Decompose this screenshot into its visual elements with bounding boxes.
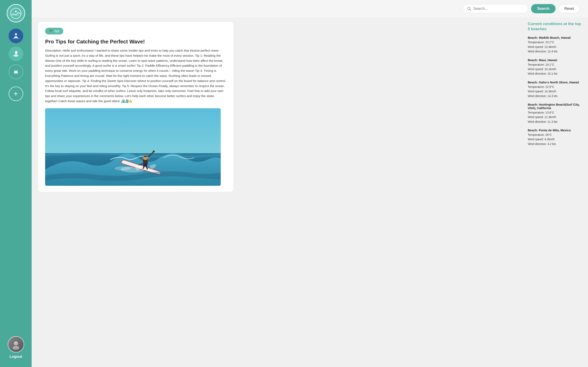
sidebar-item-community[interactable] [9, 64, 23, 79]
beach-item: Beach: Maui, Hawaii Temperature: 19.1°C … [528, 58, 583, 76]
beach-temperature: Temperature: 26°C [528, 133, 583, 137]
post-area: 🌴 tips Pro Tips for Catching the Perfect… [32, 21, 523, 363]
beach-name: Beach: Maui, Hawaii [528, 58, 583, 62]
sidebar-item-island[interactable] [9, 47, 23, 61]
beach-wind-speed: Wind speed: 11.3km/h [528, 115, 583, 119]
beach-item: Beach: Waikiki Beach, Hawaii Temperature… [528, 36, 583, 54]
beach-wind-speed: Wind speed: 12.4km/h [528, 45, 583, 49]
header: Search Reset [32, 0, 588, 17]
svg-point-2 [15, 33, 17, 35]
post-description: Description: Hello surf enthusiasts! I w… [45, 48, 226, 104]
search-input[interactable] [473, 7, 524, 11]
svg-point-6 [17, 70, 18, 71]
svg-point-1 [15, 10, 17, 12]
beach-wind-speed: Wind speed: 14.3km/h [528, 89, 583, 94]
search-wrapper [463, 4, 528, 13]
tag-label: tips [54, 29, 60, 33]
svg-point-0 [11, 8, 21, 18]
avatar[interactable] [8, 336, 24, 352]
conditions-panel: Current conditions at the top 5 beaches … [523, 21, 588, 363]
beach-temperature: Temperature: 22.9°C [528, 85, 583, 89]
beach-temperature: Temperature: 13.8°C [528, 110, 583, 115]
plus-icon: + [14, 90, 18, 98]
beach-wind-speed: Wind speed: 10.1km/h [528, 67, 583, 71]
tag-icon: 🌴 [49, 29, 53, 33]
svg-point-17 [153, 150, 155, 152]
beach-item: Beach: Huntington Beach(Surf City, USA),… [528, 103, 583, 124]
beach-name: Beach: Huntington Beach(Surf City, USA),… [528, 103, 583, 110]
avatar-image [8, 337, 24, 352]
search-button[interactable]: Search [531, 4, 555, 13]
nav-items: + [9, 29, 23, 336]
beach-wind-direction: Wind direction: 14.3 kts [528, 94, 583, 98]
post-tag: 🌴 tips [45, 28, 63, 34]
svg-point-15 [114, 166, 131, 170]
svg-point-8 [13, 346, 19, 350]
beach-wind-direction: Wind direction: 10.1 kts [528, 71, 583, 76]
logo-button[interactable] [7, 4, 25, 22]
main-area: Search Reset 🌴 tips Pro Tips for Catchin… [32, 0, 588, 367]
svg-point-9 [15, 343, 16, 343]
content-body: 🌴 tips Pro Tips for Catching the Perfect… [32, 17, 588, 367]
beach-name: Beach: Punta de Mita, Mexico [528, 128, 583, 132]
logout-button[interactable]: Logout [9, 355, 22, 359]
sidebar-item-surfer[interactable] [9, 29, 23, 43]
beach-name: Beach: Waikiki Beach, Hawaii [528, 36, 583, 39]
post-card: 🌴 tips Pro Tips for Catching the Perfect… [38, 21, 234, 192]
beach-item: Beach: Oahu's North Shore, Hawaii Temper… [528, 81, 583, 98]
beach-wind-direction: Wind direction: 4.2 kts [528, 142, 583, 146]
beach-temperature: Temperature: 23.2°C [528, 40, 583, 44]
beach-wind-direction: Wind direction: 12.4 kts [528, 49, 583, 54]
sidebar-bottom: Logout [8, 336, 24, 363]
search-icon [467, 7, 471, 11]
beach-item: Beach: Punta de Mita, Mexico Temperature… [528, 128, 583, 146]
beach-temperature: Temperature: 19.1°C [528, 62, 583, 67]
add-post-button[interactable]: + [9, 86, 23, 101]
post-title: Pro Tips for Catching the Perfect Wave! [45, 39, 226, 45]
svg-point-10 [16, 343, 17, 343]
conditions-title: Current conditions at the top 5 beaches [528, 21, 583, 31]
beaches-list: Beach: Waikiki Beach, Hawaii Temperature… [528, 36, 583, 146]
beach-name: Beach: Oahu's North Shore, Hawaii [528, 81, 583, 84]
beach-wind-speed: Wind speed: 4.2km/h [528, 137, 583, 142]
svg-rect-12 [45, 108, 221, 159]
post-image [45, 108, 221, 186]
svg-point-5 [14, 70, 15, 71]
reset-button[interactable]: Reset [558, 4, 580, 13]
sidebar: + Logout [0, 0, 32, 367]
beach-wind-direction: Wind direction: 11.3 kts [528, 119, 583, 124]
